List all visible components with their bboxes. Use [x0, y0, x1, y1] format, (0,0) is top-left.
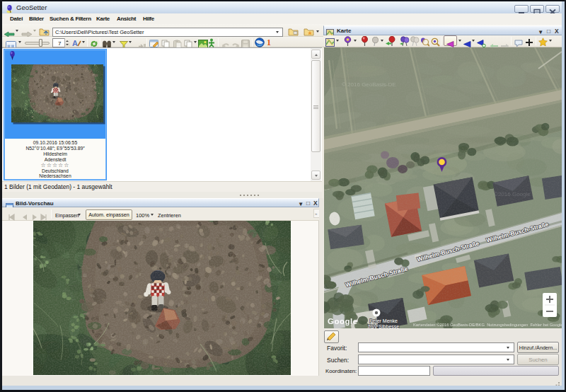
svg-text:A: A — [72, 39, 78, 47]
svg-text:Google: Google — [328, 317, 358, 325]
svg-text:Peter Menke: Peter Menke — [369, 318, 398, 323]
svg-text:Kartendaten ©2016 GeoBasis-DE/: Kartendaten ©2016 GeoBasis-DE/BKG Nutzun… — [413, 323, 562, 327]
